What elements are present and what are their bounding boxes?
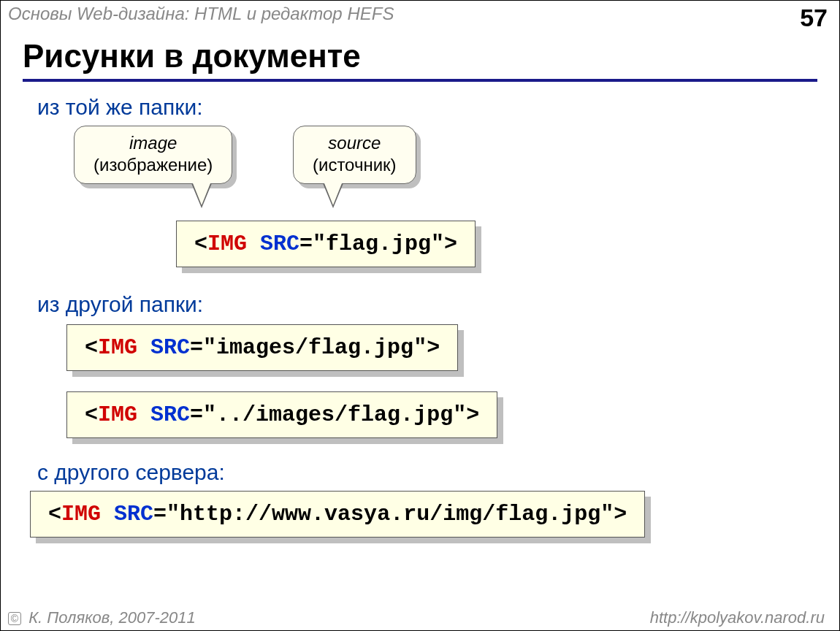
code-line: <IMG SRC="../images/flag.jpg"> <box>66 391 497 438</box>
code-eq: = <box>299 232 313 256</box>
code-val: "http://www.vasya.ru/img/flag.jpg" <box>167 502 614 527</box>
code-bracket-open: < <box>48 502 61 527</box>
footer-copyright: © К. Поляков, 2007-2011 <box>8 608 196 627</box>
code-bracket-open: < <box>194 232 207 256</box>
callout-source: source (источник) <box>293 126 416 184</box>
slide-footer: © К. Поляков, 2007-2011 http://kpolyakov… <box>1 608 839 627</box>
callout-image-line1: image <box>93 132 213 154</box>
header-subtitle: Основы Web-дизайна: HTML и редактор HEFS <box>8 4 394 24</box>
code-eq: = <box>153 502 167 527</box>
codebox-same-folder: <IMG SRC="flag.jpg"> <box>176 221 839 267</box>
slide-header: Основы Web-дизайна: HTML и редактор HEFS… <box>1 4 839 32</box>
codebox-other-folder-1: <IMG SRC="images/flag.jpg"> <box>66 324 839 371</box>
code-attr: SRC <box>114 502 153 527</box>
code-line: <IMG SRC="flag.jpg"> <box>176 221 476 267</box>
code-tag: IMG <box>98 335 137 360</box>
code-eq: = <box>190 335 203 360</box>
code-bracket-open: < <box>85 335 98 360</box>
code-line: <IMG SRC="images/flag.jpg"> <box>66 324 458 371</box>
footer-url: http://kpolyakov.narod.ru <box>650 608 825 627</box>
codebox-other-folder-2: <IMG SRC="../images/flag.jpg"> <box>66 391 839 438</box>
callout-image: image (изображение) <box>74 126 232 184</box>
code-bracket-close: > <box>614 502 627 527</box>
code-tag: IMG <box>61 502 101 527</box>
section-same-folder: из той же папки: <box>37 95 839 120</box>
code-attr: SRC <box>150 335 190 360</box>
code-tag: IMG <box>207 232 247 256</box>
code-bracket-close: > <box>427 335 440 360</box>
slide: Основы Web-дизайна: HTML и редактор HEFS… <box>0 0 840 631</box>
code-attr: SRC <box>260 232 299 256</box>
callout-image-line2: (изображение) <box>93 154 213 176</box>
code-bracket-open: < <box>85 402 98 427</box>
callout-source-line2: (источник) <box>313 154 397 176</box>
section-other-server: с другого сервера: <box>37 460 839 485</box>
code-attr: SRC <box>150 402 190 427</box>
footer-copyright-text: К. Поляков, 2007-2011 <box>28 608 196 627</box>
callout-tail-icon <box>323 183 343 208</box>
code-eq: = <box>190 402 203 427</box>
codebox-other-server: <IMG SRC="http://www.vasya.ru/img/flag.j… <box>30 491 839 538</box>
callout-tail-icon <box>191 183 212 208</box>
code-bracket-close: > <box>444 232 457 256</box>
section-other-folder: из другой папки: <box>37 292 839 317</box>
code-val: "flag.jpg" <box>313 232 444 256</box>
page-number: 57 <box>800 4 828 32</box>
copyright-icon: © <box>8 612 21 625</box>
code-bracket-close: > <box>466 402 479 427</box>
code-tag: IMG <box>98 402 137 427</box>
slide-title: Рисунки в документе <box>23 38 817 82</box>
code-line: <IMG SRC="http://www.vasya.ru/img/flag.j… <box>30 491 645 538</box>
code-val: "images/flag.jpg" <box>203 335 427 360</box>
code-val: "../images/flag.jpg" <box>203 402 466 427</box>
callout-source-line1: source <box>313 132 397 154</box>
callouts-row: image (изображение) source (источник) <box>74 126 839 213</box>
